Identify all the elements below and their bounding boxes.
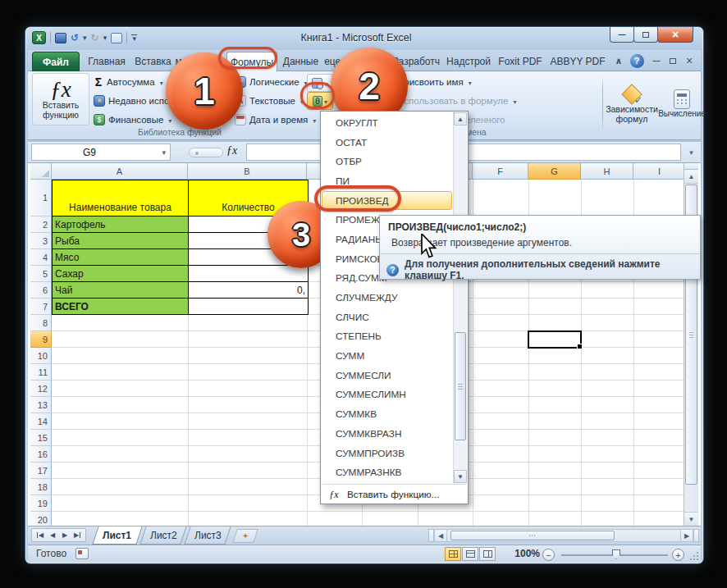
menu-item[interactable]: СУММПРОИЗВ (322, 444, 452, 463)
zoom-in-button[interactable]: + (672, 549, 684, 561)
expand-formula-bar-icon[interactable] (684, 144, 699, 160)
close-button[interactable] (657, 27, 693, 43)
row-header[interactable]: 2 (30, 217, 52, 233)
date-time-button[interactable]: Дата и время (235, 111, 316, 128)
row-header[interactable]: 17 (30, 463, 52, 479)
menu-scrollbar[interactable]: ▲ ▼ (453, 112, 467, 483)
restore-button[interactable] (633, 27, 658, 43)
name-box[interactable]: G9 (31, 144, 171, 161)
redo-dropdown-icon[interactable] (103, 34, 107, 42)
row-header[interactable]: 11 (30, 364, 52, 381)
collapse-ribbon-icon[interactable] (611, 53, 626, 68)
column-header-h[interactable]: H (581, 163, 633, 180)
menu-scroll-thumb[interactable] (455, 332, 466, 440)
formula-auditing-button[interactable]: Зависимости формул (606, 73, 658, 135)
tab-home[interactable]: Главная (83, 52, 130, 71)
cell-a2[interactable]: Картофель (52, 216, 189, 233)
sheet-tab-1[interactable]: Лист1 (92, 526, 142, 545)
row-header-selected[interactable]: 9 (30, 331, 52, 348)
cell-b7[interactable] (188, 298, 309, 315)
insert-function-button[interactable]: ƒx Вставить функцию (32, 73, 89, 125)
undo-dropdown-icon[interactable] (83, 34, 87, 42)
row-header[interactable]: 8 (30, 315, 52, 331)
undo-icon[interactable] (71, 32, 79, 43)
menu-item[interactable]: СУММ (322, 346, 452, 366)
column-header-a[interactable]: A (52, 163, 188, 180)
sheet-tab-3[interactable]: Лист3 (184, 526, 231, 545)
autosum-button[interactable]: Автосумма (94, 73, 163, 90)
tab-file[interactable]: Файл (32, 52, 80, 71)
menu-scroll-down-icon[interactable]: ▼ (454, 470, 467, 483)
redo-icon[interactable] (91, 32, 99, 43)
horizontal-scroll-track[interactable] (447, 529, 680, 542)
save-icon[interactable] (55, 33, 66, 43)
row-header[interactable]: 5 (30, 266, 52, 282)
resize-grip[interactable] (689, 551, 699, 561)
row-header[interactable]: 6 (30, 282, 52, 299)
horizontal-split-handle[interactable] (693, 529, 699, 542)
menu-item[interactable]: СЛУЧМЕЖДУ (322, 288, 452, 308)
scroll-right-icon[interactable]: ▶ (680, 529, 693, 542)
workbook-restore-icon[interactable] (665, 53, 680, 68)
row-header[interactable]: 7 (30, 299, 52, 315)
calculation-button[interactable]: Вычисление (660, 73, 704, 135)
zoom-slider-thumb[interactable] (612, 549, 620, 559)
menu-item[interactable]: ОСТАТ (322, 133, 452, 153)
tab-abbyy-pdf[interactable]: ABBYY PDF (547, 52, 608, 71)
prev-sheet-icon[interactable]: ◀ (47, 531, 58, 539)
column-header-b[interactable]: B (188, 163, 307, 180)
namebox-splitter[interactable] (189, 148, 223, 157)
sheet-tab-2[interactable]: Лист2 (139, 526, 186, 545)
next-sheet-icon[interactable]: ▶ (59, 531, 71, 539)
cell-b6[interactable]: 0, (188, 281, 309, 299)
tab-data[interactable]: Данные (277, 52, 324, 71)
row-header[interactable]: 4 (30, 249, 52, 266)
menu-item[interactable]: СЛЧИС (322, 308, 452, 327)
menu-item[interactable]: СУММКВРАЗН (322, 424, 452, 444)
cell-a4[interactable]: Мясо (52, 248, 189, 266)
menu-scroll-up-icon[interactable]: ▲ (454, 112, 467, 125)
first-sheet-icon[interactable]: ◀ (34, 531, 46, 539)
column-header-f[interactable]: F (473, 163, 528, 180)
row-header[interactable]: 10 (30, 348, 52, 364)
macro-record-icon[interactable] (75, 548, 89, 559)
menu-item[interactable]: СУММЕСЛИМН (322, 385, 452, 405)
workbook-close-icon[interactable] (682, 53, 697, 68)
zoom-level-label[interactable]: 100% (514, 548, 540, 559)
tab-insert[interactable]: Вставка (130, 52, 176, 71)
select-all-corner[interactable] (30, 163, 52, 180)
scroll-down-icon[interactable]: ▼ (684, 512, 698, 526)
fx-label[interactable]: ƒx (226, 144, 237, 157)
normal-view-button[interactable] (445, 547, 461, 561)
tab-split-handle[interactable] (428, 529, 434, 542)
row-header[interactable]: 3 (30, 233, 52, 249)
cell-a6[interactable]: Чай (52, 281, 189, 299)
page-layout-view-button[interactable] (462, 547, 478, 561)
row-header[interactable]: 1 (30, 180, 52, 217)
table-view-icon[interactable] (111, 33, 122, 43)
cell-a5[interactable]: Сахар (52, 265, 189, 282)
menu-item[interactable]: СТЕПЕНЬ (322, 327, 452, 347)
column-header-i[interactable]: I (633, 163, 686, 180)
cell-a3[interactable]: Рыба (52, 232, 189, 249)
minimize-button[interactable] (610, 27, 634, 43)
row-header[interactable]: 12 (30, 381, 52, 397)
insert-function-menu-item[interactable]: Вставить функцию... (322, 485, 467, 504)
scroll-left-icon[interactable]: ◀ (434, 529, 447, 542)
row-header[interactable]: 15 (30, 430, 52, 446)
text-functions-button[interactable]: Текстовые (235, 92, 304, 109)
menu-item[interactable]: ОТБР (322, 152, 452, 171)
column-header-g[interactable]: G (528, 163, 581, 180)
financial-button[interactable]: Финансовые (94, 111, 171, 128)
horizontal-scroll-thumb[interactable] (450, 531, 615, 540)
last-sheet-icon[interactable]: ▶ (71, 531, 83, 539)
cell-b5[interactable] (188, 265, 309, 282)
vertical-split-handle[interactable] (684, 163, 698, 170)
workbook-minimize-icon[interactable] (649, 53, 664, 68)
insert-worksheet-icon[interactable] (232, 529, 258, 543)
menu-item[interactable]: ОКРУГЛТ (322, 113, 452, 133)
zoom-out-button[interactable]: − (542, 549, 555, 561)
cell-a7[interactable]: ВСЕГО (52, 298, 189, 315)
tab-addins[interactable]: Надстрой (444, 52, 493, 71)
page-break-view-button[interactable] (479, 547, 496, 561)
